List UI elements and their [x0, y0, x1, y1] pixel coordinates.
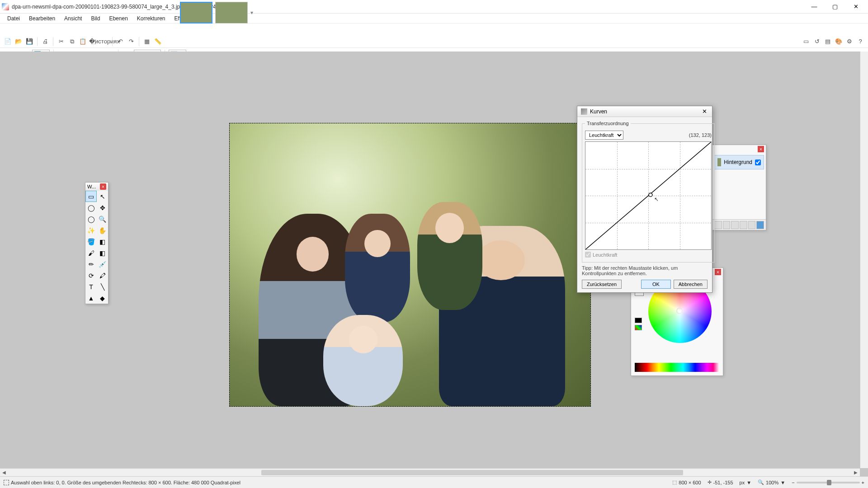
history-window-icon[interactable]: ↺ [812, 37, 822, 47]
tool-move-selected[interactable]: ↖ [97, 191, 108, 202]
layer-thumb-icon [717, 158, 721, 166]
layers-panel[interactable]: × Hintergrund [712, 145, 766, 230]
tools-panel-title[interactable]: W... × [85, 183, 108, 191]
svg-point-1 [649, 193, 652, 197]
tool-rect-select[interactable]: ▭ [85, 191, 97, 202]
layers-panel-title[interactable]: × [712, 145, 766, 153]
curves-channel-select[interactable]: Leuchtkraft [585, 131, 623, 140]
menu-korrekturen[interactable]: Korrekturen [132, 14, 170, 23]
print-icon[interactable]: 🖨 [40, 37, 50, 47]
tool-pencil[interactable]: ✏ [85, 258, 97, 270]
copy-icon[interactable]: ⧉ [67, 37, 77, 47]
cut-icon[interactable]: ✂ [56, 37, 66, 47]
new-tab-button[interactable]: ▾ [250, 9, 258, 16]
tool-magic-wand[interactable]: ✨ [85, 225, 97, 236]
zoom-out-icon[interactable]: − [792, 480, 794, 485]
curves-titlebar[interactable]: Kurven ✕ [577, 106, 712, 117]
minimize-button[interactable]: — [804, 0, 825, 14]
curves-close-icon[interactable]: ✕ [700, 108, 708, 116]
layer-visible-checkbox[interactable] [755, 160, 761, 165]
tool-move-selection[interactable]: ✥ [97, 202, 108, 213]
layer-add-icon[interactable] [714, 221, 722, 229]
close-button[interactable]: ✕ [845, 0, 866, 14]
toolbar-main: 📄 📂 💾 🖨 ✂ ⧉ 📋 ⬚ �историях ↶ ↷ ▦ 📏 ▭ ↺ ▤ … [0, 35, 868, 48]
menu-ebenen[interactable]: Ebenen [104, 14, 132, 23]
document-tab-1[interactable] [180, 2, 212, 23]
curves-title-text: Kurven [590, 108, 607, 115]
cursor-icon: ✛ [708, 479, 712, 485]
curves-legend-checkbox [585, 252, 591, 258]
menu-bild[interactable]: Bild [86, 14, 104, 23]
colors-panel-close-icon[interactable]: × [715, 269, 721, 275]
tool-color-picker[interactable]: 💉 [97, 258, 108, 270]
document-tab-2[interactable] [215, 2, 248, 23]
new-file-icon[interactable]: 📄 [3, 37, 13, 47]
tool-paint-bucket[interactable]: 🪣 [85, 236, 97, 247]
tools-window-icon[interactable]: ▭ [801, 37, 811, 47]
canvas-area[interactable]: W... × ▭ ↖ ◯ ✥ ◯ 🔍 ✨ ✋ 🪣 ◧ 🖌 ◧ ✏ 💉 ⟳ 🖍 T… [0, 52, 868, 476]
status-unit-selector[interactable]: px ▼ [740, 480, 752, 485]
maximize-button[interactable]: ▢ [825, 0, 845, 14]
layer-row-background[interactable]: Hintergrund [714, 155, 764, 169]
tool-line[interactable]: ╲ [97, 281, 108, 292]
deselect-icon[interactable]: �историях [99, 37, 109, 47]
undo-icon[interactable]: ↶ [115, 37, 125, 47]
open-file-icon[interactable]: 📂 [14, 37, 24, 47]
tool-clone[interactable]: ⟳ [85, 270, 97, 281]
ruler-icon[interactable]: 📏 [153, 37, 163, 47]
menu-datei[interactable]: Datei [3, 14, 24, 23]
tool-ellipse-select[interactable]: ◯ [85, 213, 97, 225]
zoom-slider[interactable] [797, 482, 860, 483]
tool-pan[interactable]: ✋ [97, 225, 108, 236]
color-palette-strip[interactable] [635, 363, 719, 372]
curves-reset-button[interactable]: Zurücksetzen [582, 280, 622, 289]
tool-lasso[interactable]: ◯ [85, 202, 97, 213]
curves-cancel-button[interactable]: Abbrechen [674, 280, 708, 289]
image-canvas[interactable] [229, 123, 591, 407]
paste-icon[interactable]: 📋 [78, 37, 88, 47]
tools-panel-close-icon[interactable]: × [100, 183, 106, 190]
horizontal-scrollbar[interactable]: ◀ ▶ [0, 468, 860, 476]
layer-properties-icon[interactable] [756, 221, 764, 229]
save-icon[interactable]: 💾 [24, 37, 34, 47]
layer-moveup-icon[interactable] [748, 221, 756, 229]
layer-duplicate-icon[interactable] [731, 221, 739, 229]
curves-dialog[interactable]: Kurven ✕ Transferzuordnung Leuchtkraft (… [577, 106, 712, 293]
swap-colors-icon[interactable] [635, 318, 642, 323]
layers-panel-close-icon[interactable]: × [758, 146, 764, 152]
layer-delete-icon[interactable] [723, 221, 731, 229]
svg-line-0 [585, 142, 711, 249]
scroll-right-icon[interactable]: ▶ [852, 469, 860, 476]
curves-transfer-group: Transferzuordnung Leuchtkraft (132, 123)… [582, 121, 715, 263]
vertical-scrollbar[interactable] [860, 52, 868, 468]
menu-ansicht[interactable]: Ansicht [60, 14, 86, 23]
tool-eraser[interactable]: ◧ [97, 247, 108, 258]
tool-text[interactable]: T [85, 281, 97, 292]
colors-window-icon[interactable]: 🎨 [834, 37, 844, 47]
tool-shapes2[interactable]: ◆ [97, 292, 108, 304]
layers-window-icon[interactable]: ▤ [823, 37, 833, 47]
more-colors-icon[interactable] [635, 325, 642, 330]
status-zoom[interactable]: 🔍 100% ▼ [758, 479, 785, 485]
tool-shapes[interactable]: ▲ [85, 292, 97, 304]
zoom-in-icon[interactable]: + [862, 480, 864, 485]
menu-bearbeiten[interactable]: Bearbeiten [24, 14, 60, 23]
help-icon[interactable]: ? [855, 37, 865, 47]
curves-group-label: Transferzuordnung [585, 121, 631, 126]
titlebar: dpa-urn-newsml-dpa-com-20090101-190823-9… [0, 0, 868, 14]
tool-gradient[interactable]: ◧ [97, 236, 108, 247]
curves-ok-button[interactable]: OK [641, 280, 671, 289]
tool-brush[interactable]: 🖌 [85, 247, 97, 258]
layer-merge-icon[interactable] [740, 221, 747, 229]
tool-zoom[interactable]: 🔍 [97, 213, 108, 225]
menubar: Datei Bearbeiten Ansicht Bild Ebenen Kor… [0, 14, 868, 23]
redo-icon[interactable]: ↷ [126, 37, 136, 47]
tools-panel-title-text: W... [87, 184, 96, 189]
settings-icon[interactable]: ⚙ [844, 37, 854, 47]
grid-icon[interactable]: ▦ [142, 37, 152, 47]
tools-panel[interactable]: W... × ▭ ↖ ◯ ✥ ◯ 🔍 ✨ ✋ 🪣 ◧ 🖌 ◧ ✏ 💉 ⟳ 🖍 T… [85, 182, 108, 304]
tool-recolor[interactable]: 🖍 [97, 270, 108, 281]
scroll-left-icon[interactable]: ◀ [0, 469, 8, 476]
curves-icon [581, 108, 587, 115]
curves-graph[interactable]: ↖ [585, 141, 712, 250]
